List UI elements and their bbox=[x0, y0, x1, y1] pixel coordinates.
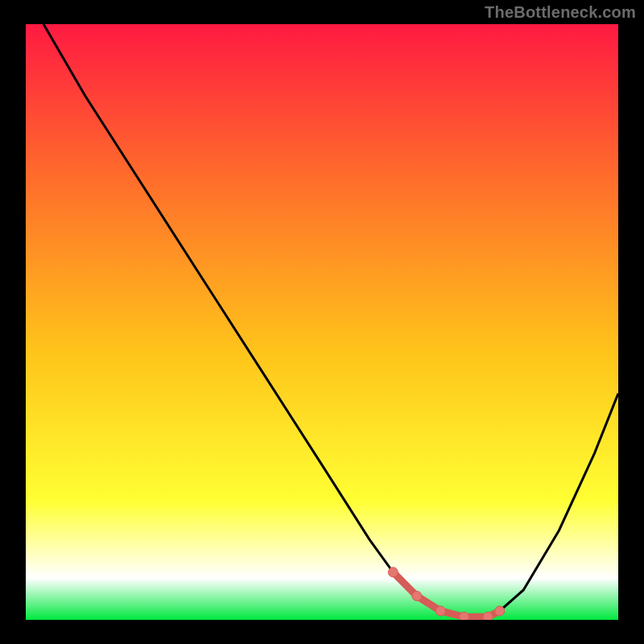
marker-dot bbox=[495, 606, 505, 616]
marker-dot bbox=[460, 612, 469, 620]
marker-dot bbox=[388, 568, 398, 577]
chart-svg bbox=[26, 24, 618, 620]
attribution-text: TheBottleneck.com bbox=[485, 3, 636, 22]
marker-dot bbox=[412, 591, 422, 601]
gradient-background bbox=[26, 24, 618, 620]
plot-area bbox=[26, 24, 618, 620]
marker-dot bbox=[483, 612, 493, 620]
marker-dot bbox=[436, 606, 445, 616]
chart-frame: TheBottleneck.com bbox=[0, 0, 644, 644]
